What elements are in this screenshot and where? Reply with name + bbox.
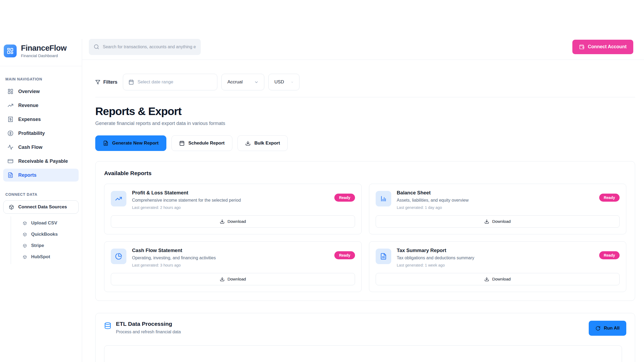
app-logo: FinanceFlow Financial Dashboard bbox=[0, 39, 82, 66]
sidebar-item-label: Expenses bbox=[18, 117, 41, 122]
database-icon bbox=[104, 322, 111, 334]
source-item-upload-csv[interactable]: Upload CSV bbox=[11, 217, 82, 229]
report-description: Assets, liabilities, and equity overview bbox=[397, 198, 594, 203]
sidebar-item-label: Revenue bbox=[18, 103, 38, 108]
download-button[interactable]: Download bbox=[111, 273, 355, 285]
download-icon bbox=[220, 277, 225, 282]
date-range-placeholder: Select date range bbox=[138, 79, 173, 85]
sidebar-item-expenses[interactable]: Expenses bbox=[3, 113, 79, 126]
download-icon bbox=[484, 219, 489, 224]
file-text-icon bbox=[103, 141, 108, 146]
sidebar-item-label: Profitability bbox=[18, 131, 45, 136]
download-icon bbox=[484, 277, 489, 282]
app-tagline: Financial Dashboard bbox=[21, 53, 67, 58]
sidebar-item-profitability[interactable]: Profitability bbox=[3, 127, 79, 140]
package-icon bbox=[23, 232, 27, 237]
report-card-balance-sheet: Balance Sheet Assets, liabilities, and e… bbox=[369, 184, 627, 234]
main-nav: Overview Revenue Expenses Profitability … bbox=[3, 85, 79, 182]
search-icon bbox=[94, 44, 99, 50]
calendar-icon bbox=[179, 141, 185, 146]
accounting-method-value: Accrual bbox=[228, 79, 243, 85]
sidebar-item-label: Receivable & Payable bbox=[18, 158, 68, 164]
accounting-method-select[interactable]: Accrual bbox=[221, 74, 264, 90]
trending-up-icon bbox=[111, 191, 126, 206]
report-last-generated: Last generated: 1 day ago bbox=[397, 205, 594, 210]
source-item-label: HubSpot bbox=[31, 254, 50, 260]
report-name: Profit & Loss Statement bbox=[132, 190, 329, 196]
report-name: Cash Flow Statement bbox=[132, 248, 329, 253]
reports-grid: Profit & Loss Statement Comprehensive in… bbox=[104, 184, 626, 292]
page-subtitle: Generate financial reports and export da… bbox=[95, 121, 635, 126]
connect-account-button[interactable]: Connect Account bbox=[572, 40, 633, 54]
status-badge: Ready bbox=[599, 194, 620, 202]
status-badge: Ready bbox=[334, 251, 355, 259]
source-item-quickbooks[interactable]: QuickBooks bbox=[11, 229, 82, 240]
funnel-icon bbox=[95, 80, 100, 85]
status-badge: Ready bbox=[599, 251, 620, 259]
run-all-button[interactable]: Run All bbox=[589, 321, 626, 336]
download-icon bbox=[220, 219, 225, 224]
bulk-export-button[interactable]: Bulk Export bbox=[237, 135, 288, 151]
search-input[interactable] bbox=[103, 45, 196, 49]
source-item-label: QuickBooks bbox=[31, 232, 58, 237]
sidebar-item-revenue[interactable]: Revenue bbox=[3, 99, 79, 112]
page: FinanceFlow Financial Dashboard MAIN NAV… bbox=[0, 0, 644, 362]
content: Filters Select date range Accrual USD Re… bbox=[82, 60, 644, 362]
sidebar-item-receivable-payable[interactable]: Receivable & Payable bbox=[3, 155, 79, 168]
sidebar-item-cash-flow[interactable]: Cash Flow bbox=[3, 141, 79, 154]
report-card-tax-summary: Tax Summary Report Tax obligations and d… bbox=[369, 241, 627, 292]
sidebar-item-reports[interactable]: Reports bbox=[3, 169, 79, 182]
refresh-icon bbox=[595, 326, 601, 331]
actions-row: Generate New Report Schedule Report Bulk… bbox=[95, 135, 635, 151]
sidebar-item-overview[interactable]: Overview bbox=[3, 85, 79, 98]
calendar-icon bbox=[129, 79, 134, 85]
connect-data-sources-button[interactable]: Connect Data Sources bbox=[3, 200, 79, 214]
connect-data-sources-label: Connect Data Sources bbox=[18, 204, 67, 210]
file-text-icon bbox=[8, 172, 13, 178]
source-item-stripe[interactable]: Stripe bbox=[11, 240, 82, 251]
receipt-icon bbox=[8, 116, 13, 122]
pie-chart-icon bbox=[111, 249, 126, 264]
etl-subtitle: Process and refresh financial data bbox=[116, 330, 181, 334]
sidebar-item-label: Reports bbox=[18, 172, 36, 178]
report-card-profit-loss: Profit & Loss Statement Comprehensive in… bbox=[104, 184, 362, 234]
currency-value: USD bbox=[275, 79, 284, 85]
search-box bbox=[89, 39, 201, 55]
currency-select[interactable]: USD bbox=[268, 74, 299, 90]
package-icon bbox=[23, 244, 27, 248]
trending-up-icon bbox=[8, 102, 13, 108]
report-description: Operating, investing, and financing acti… bbox=[132, 256, 329, 260]
report-description: Tax obligations and deductions summary bbox=[397, 256, 594, 260]
download-button[interactable]: Download bbox=[376, 215, 620, 228]
report-description: Comprehensive income statement for the s… bbox=[132, 198, 329, 203]
download-button[interactable]: Download bbox=[111, 215, 355, 228]
package-icon bbox=[23, 221, 27, 225]
grid-icon bbox=[8, 88, 13, 94]
source-item-label: Stripe bbox=[31, 243, 44, 248]
report-last-generated: Last generated: 3 hours ago bbox=[132, 263, 329, 267]
available-reports-title: Available Reports bbox=[104, 170, 626, 176]
chevron-down-icon bbox=[254, 80, 259, 84]
report-name: Tax Summary Report bbox=[397, 248, 594, 253]
app-name: FinanceFlow bbox=[21, 44, 67, 53]
data-sources-list: Upload CSV QuickBooks Stripe HubSpot bbox=[11, 216, 82, 264]
dollar-circle-icon bbox=[8, 130, 13, 136]
main-area: Connect Account Filters Select date rang… bbox=[82, 39, 644, 362]
filters-row: Filters Select date range Accrual USD bbox=[95, 74, 635, 90]
divider bbox=[95, 97, 635, 97]
main-navigation-label: MAIN NAVIGATION bbox=[5, 77, 82, 81]
download-button[interactable]: Download bbox=[376, 273, 620, 285]
topbar: Connect Account bbox=[82, 39, 644, 60]
report-name: Balance Sheet bbox=[397, 190, 594, 196]
generate-new-report-button[interactable]: Generate New Report bbox=[95, 135, 166, 151]
report-last-generated: Last generated: 2 hours ago bbox=[132, 205, 329, 210]
chevron-down-icon bbox=[291, 80, 294, 84]
source-item-hubspot[interactable]: HubSpot bbox=[11, 251, 82, 263]
source-item-label: Upload CSV bbox=[31, 220, 57, 226]
file-text-icon bbox=[376, 249, 391, 264]
status-badge: Ready bbox=[334, 194, 355, 202]
date-range-input[interactable]: Select date range bbox=[123, 74, 217, 90]
schedule-report-button[interactable]: Schedule Report bbox=[171, 135, 232, 151]
app-logo-icon bbox=[4, 45, 17, 57]
connect-data-label: CONNECT DATA bbox=[5, 192, 82, 197]
